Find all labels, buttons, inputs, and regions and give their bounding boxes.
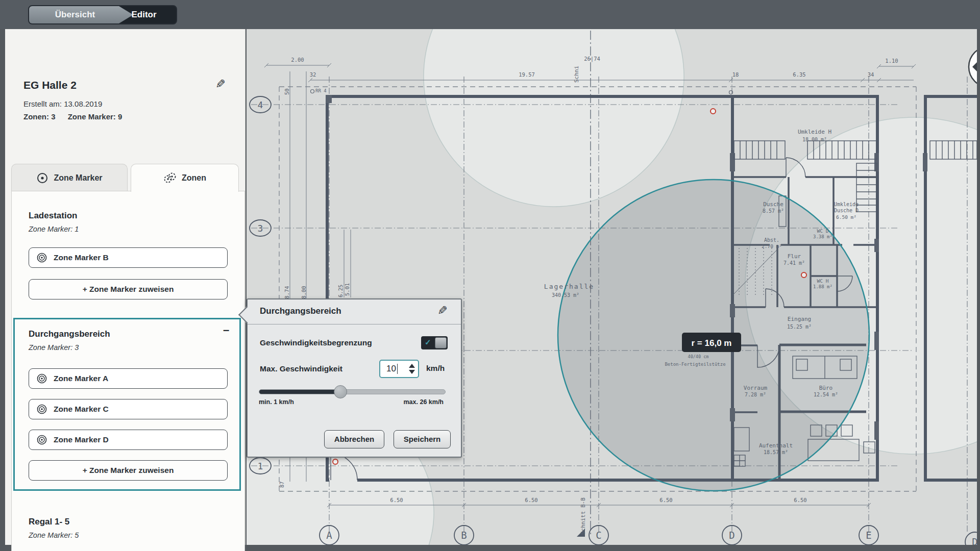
bullseye-icon [36,252,47,263]
svg-text:Dusche: Dusche [763,201,783,208]
tab-zonen-label: Zonen [182,173,206,183]
breadcrumb-overview-label[interactable]: Übersicht [34,6,116,23]
svg-text:34: 34 [868,71,874,78]
svg-text:15.25 m²: 15.25 m² [787,324,812,330]
counts-row: Zonen: 3 Zone Marker: 9 [23,112,132,121]
stepper-down-icon[interactable] [409,370,415,374]
popup-header: Durchgangsbereich ✎ [248,299,461,324]
svg-text:Flur: Flur [788,253,801,260]
stepper-up-icon[interactable] [409,364,415,368]
svg-text:Eingang: Eingang [788,316,811,322]
zone-marker-c-label: Zone Marker C [54,405,109,414]
svg-text:6.50: 6.50 [390,497,403,503]
svg-text:Umkleide: Umkleide [834,202,859,207]
svg-text:Abst.: Abst. [764,237,779,243]
svg-text:WC D: WC D [817,228,829,234]
svg-text:WC H: WC H [817,278,829,284]
svg-text:Lagerhalle: Lagerhalle [544,283,594,290]
svg-text:6.50: 6.50 [659,497,672,503]
svg-text:26|74: 26|74 [584,56,600,62]
tab-zone-marker-label: Zone Marker [54,173,102,183]
svg-text:40/40 cm: 40/40 cm [688,354,709,359]
speed-limit-toggle[interactable]: ✓ [421,336,448,349]
edit-plan-pencil-icon[interactable]: ✎ [215,78,226,90]
edit-zone-pencil-icon[interactable]: ✎ [437,305,448,317]
speed-limit-label: Geschwindigkeitsbegrenzung [260,338,372,347]
assign-marker-label-2: + Zone Marker zuweisen [83,466,174,475]
zones-icon [163,172,177,184]
svg-text:Umkleide H: Umkleide H [798,129,831,135]
svg-text:D: D [729,530,734,541]
tab-zonen[interactable]: Zonen [131,164,239,192]
svg-text:32: 32 [310,71,316,78]
svg-text:A: A [326,530,332,541]
tab-zone-marker[interactable]: Zone Marker [11,164,128,191]
collapse-section-button[interactable]: – [219,324,233,337]
svg-text:D: D [972,536,977,545]
max-speed-label: Max. Geschwindigkeit [260,364,342,373]
cancel-button[interactable]: Abbrechen [324,430,384,448]
assign-marker-button-1[interactable]: + Zone Marker zuweisen [29,279,228,299]
svg-text:E: E [866,530,871,541]
svg-text:50: 50 [284,88,290,95]
toggle-check-icon: ✓ [425,338,431,347]
svg-text:3.38 m²: 3.38 m² [813,234,832,239]
floorplan-canvas[interactable]: 2.00 32 19.57 26|74 18 6.35 34 1.10 6.50… [247,29,977,545]
svg-text:Vorraum: Vorraum [744,385,768,391]
breadcrumb: Übersicht Editor [28,5,177,24]
svg-text:2.00: 2.00 [291,57,304,63]
bullseye-icon [36,373,47,384]
svg-text:87: 87 [279,481,285,488]
svg-text:RR 4: RR 4 [315,88,327,93]
svg-text:7.41 m²: 7.41 m² [783,260,805,266]
popup-title: Durchgangsbereich [260,306,341,316]
zone-marker-c-button[interactable]: Zone Marker C [29,399,228,419]
zone-marker-d-button[interactable]: Zone Marker D [29,430,228,450]
svg-text:19.57: 19.57 [519,71,535,78]
zone-settings-popup: Durchgangsbereich ✎ Geschwindigkeitsbegr… [247,298,462,458]
svg-text:18: 18 [732,71,739,78]
text-caret [397,364,398,374]
assign-marker-label-1: + Zone Marker zuweisen [83,285,174,294]
svg-text:6.50: 6.50 [525,497,537,503]
speed-stepper[interactable] [409,364,415,374]
slider-min-label: min. 1 km/h [259,398,294,406]
markers-count: Zone Marker: 9 [68,112,122,121]
svg-text:C: C [596,530,601,541]
svg-text:Schnitt B-B: Schnitt B-B [580,497,586,535]
radius-badge: r = 16,0 m [682,333,741,352]
svg-text:Beton-Fertigteilstütze: Beton-Fertigteilstütze [665,362,725,367]
zone-marker-a-button[interactable]: Zone Marker A [29,368,228,389]
section-info-ladestation: Zone Marker: 1 [29,225,79,233]
zone-marker-b-label: Zone Marker B [54,253,109,262]
svg-text:6.50 m²: 6.50 m² [836,214,856,220]
svg-text:12.54 m²: 12.54 m² [814,392,838,397]
svg-text:18.57 m²: 18.57 m² [764,449,788,455]
assign-marker-button-2[interactable]: + Zone Marker zuweisen [29,460,228,481]
top-bar: Übersicht Editor [0,0,980,29]
svg-text:18.00 m²: 18.00 m² [802,137,827,142]
page-title: EG Halle 2 [23,79,77,91]
bullseye-icon [36,404,47,415]
zone-marker-b-button[interactable]: Zone Marker B [29,247,228,268]
svg-text:2.70 m²: 2.70 m² [762,243,782,249]
svg-text:r = 16,0 m: r = 16,0 m [692,338,732,348]
speed-slider-track[interactable] [259,389,446,394]
created-date: Erstellt am: 13.08.2019 [23,99,102,108]
toggle-knob [435,337,447,348]
svg-text:1.10: 1.10 [885,58,898,64]
section-title-durchgangsbereich: Durchgangsbereich [29,329,110,339]
svg-text:3: 3 [258,223,263,234]
zone-marker-d-label: Zone Marker D [54,435,109,444]
svg-text:340.53 m²: 340.53 m² [552,292,579,298]
max-speed-input[interactable]: 10 [379,360,419,378]
slider-max-label: max. 26 km/h [403,398,444,406]
save-button[interactable]: Speichern [394,430,451,448]
speed-slider-knob[interactable] [334,385,347,398]
speed-unit-label: km/h [426,364,445,373]
window-frame-left [0,29,5,551]
svg-text:4: 4 [258,99,263,110]
section-info-durchgangsbereich: Zone Marker: 3 [29,343,79,352]
breadcrumb-editor-label[interactable]: Editor [116,6,172,23]
sidebar: EG Halle 2 ✎ Erstellt am: 13.08.2019 Zon… [5,29,246,545]
